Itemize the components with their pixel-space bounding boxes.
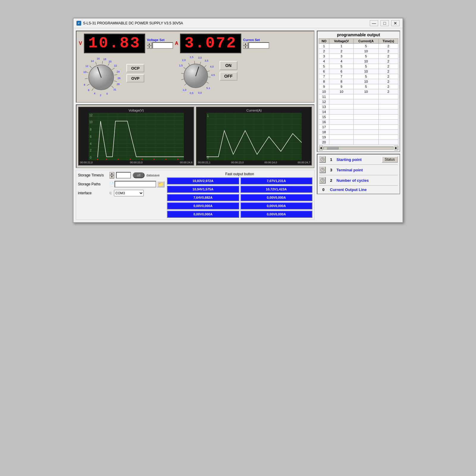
storage-times-down[interactable]: ▼ [109, 175, 114, 178]
svg-text:1: 1 [207, 114, 209, 118]
voltage-chart-title: Voltage(V) [80, 109, 192, 112]
voltage-set-input[interactable]: 10,83 [152, 42, 173, 49]
fast-button-2[interactable]: 7,07V1,231A [240, 177, 313, 184]
ovp-button[interactable]: OVP [126, 74, 144, 82]
fast-button-3[interactable]: 10,94V1,575A [167, 186, 239, 193]
svg-text:1,5: 1,5 [179, 64, 183, 67]
on-button[interactable]: ON [220, 61, 237, 70]
storage-times-input[interactable]: 10 [116, 172, 131, 178]
fast-button-8[interactable]: 0,00V0,000A [240, 202, 313, 209]
table-row[interactable]: 1 1 5 2 [319, 44, 398, 49]
svg-point-90 [165, 159, 167, 160]
cell-time: 2 [378, 79, 398, 84]
svg-point-91 [177, 159, 178, 160]
table-row[interactable]: 20 [319, 140, 398, 145]
voltage-display: 10.83 [84, 34, 145, 53]
table-row[interactable]: 12 [319, 99, 398, 104]
table-row[interactable]: 4 4 10 2 [319, 59, 398, 64]
cell-voltage: 7 [329, 74, 354, 79]
current-up-arrow[interactable]: ▲ [243, 42, 248, 46]
voltage-down-arrow[interactable]: ▼ [147, 46, 152, 49]
cell-time: 2 [378, 69, 398, 74]
fast-output-title: Fast output button [167, 172, 312, 176]
titlebar-controls: — □ ✕ [370, 20, 400, 26]
cell-current: 10 [353, 49, 378, 54]
maximize-button[interactable]: □ [381, 20, 389, 26]
voltage-knob-svg[interactable]: 10 12 14 16 18 20 22 24 26 28 31 [79, 55, 123, 100]
table-header-row: NO Voltage(V Current(A Time(s) [319, 39, 398, 44]
prog-scrollbar-thumb[interactable] [327, 147, 339, 149]
fast-button-10[interactable]: 0,00V0,000A [240, 211, 313, 218]
table-row[interactable]: 5 5 5 2 [319, 64, 398, 69]
c-time-4: 00:00:24,7 [298, 161, 310, 164]
path-input[interactable]: D:\S-LS-31 [115, 181, 156, 187]
table-row[interactable]: 9 9 5 2 [319, 84, 398, 89]
output-control: 1 Starting point Status 3 Terminal point [317, 154, 400, 194]
table-row[interactable]: 7 7 5 2 [319, 74, 398, 79]
cell-current [353, 130, 378, 135]
table-row[interactable]: 3 3 5 2 [319, 54, 398, 59]
svg-text:22: 22 [114, 64, 117, 67]
svg-text:2: 2 [100, 94, 101, 97]
svg-line-17 [92, 88, 93, 91]
voltage-spinner[interactable]: ▲ ▼ [147, 42, 152, 49]
fast-button-4[interactable]: 10,72V1,423A [240, 186, 313, 193]
cell-no: 3 [319, 54, 329, 59]
interface-select[interactable]: COM3 [114, 190, 144, 196]
off-button[interactable]: OFF [220, 72, 237, 81]
cycles-spinner[interactable] [319, 177, 326, 184]
datasave-toggle[interactable]: off [133, 172, 145, 178]
table-row[interactable]: 15 [319, 115, 398, 120]
table-row[interactable]: 18 [319, 130, 398, 135]
status-button[interactable]: Status [382, 156, 398, 163]
voltage-chart-times: 00:00:22,0 00:00:23,0 00:00:24,6 [80, 161, 192, 164]
starting-point-spinner[interactable] [319, 156, 326, 163]
browse-button[interactable]: 📁 [157, 181, 165, 187]
table-row[interactable]: 17 [319, 125, 398, 130]
cell-no: 5 [319, 64, 329, 69]
storage-times-spinner[interactable]: ▲ ▼ [109, 172, 114, 178]
storage-times-up[interactable]: ▲ [109, 172, 114, 175]
current-line-row: 0 Current Output Line [319, 187, 398, 192]
cell-time [378, 140, 398, 145]
terminal-point-spinner[interactable] [319, 167, 326, 173]
scroll-right-btn[interactable]: ▶ [394, 145, 398, 150]
table-row[interactable]: 11 [319, 94, 398, 99]
close-button[interactable]: ✕ [391, 20, 400, 26]
scroll-left-btn[interactable]: ◀ [319, 145, 323, 150]
fast-button-5[interactable]: 7,64V0,882A [167, 194, 239, 201]
prog-scrollbar[interactable] [323, 147, 393, 150]
table-row[interactable]: 10 10 10 2 [319, 89, 398, 94]
table-row[interactable]: 2 2 10 2 [319, 49, 398, 54]
table-row[interactable]: 13 [319, 104, 398, 109]
table-row[interactable]: 14 [319, 109, 398, 115]
ocp-button[interactable]: OCP [126, 64, 144, 72]
divider-2 [319, 175, 398, 175]
svg-text:4,0: 4,0 [210, 65, 214, 68]
fast-button-7[interactable]: 0,00V0,000A [167, 202, 239, 209]
col-no: NO [319, 39, 329, 44]
minimize-button[interactable]: — [370, 20, 378, 26]
current-set-label: Curren Set [243, 38, 260, 42]
fast-button-1[interactable]: 10,83V2,972A [167, 177, 239, 184]
voltage-chart-svg: 12 10 8 6 4 2 0 [80, 113, 192, 160]
voltage-up-arrow[interactable]: ▲ [147, 42, 152, 46]
current-set-input[interactable]: 2,972 [248, 42, 269, 49]
cell-voltage: 5 [329, 64, 354, 69]
table-row[interactable]: 16 [319, 120, 398, 125]
table-row[interactable]: 8 8 10 2 [319, 79, 398, 84]
current-spinner[interactable]: ▲ ▼ [243, 42, 248, 49]
interface-icon: ⎗ [109, 191, 112, 195]
svg-line-44 [181, 73, 184, 74]
fast-button-9[interactable]: 0,00V0,000A [167, 211, 239, 218]
fast-button-6[interactable]: 0,00V0,000A [240, 194, 313, 201]
cell-voltage: 2 [329, 49, 354, 54]
current-knob-svg[interactable]: 1,5 2,0 2,5 3,0 3,5 4,0 4,5 5,1 0,0 0,5 [175, 55, 217, 97]
table-row[interactable]: 19 [319, 135, 398, 140]
current-down-arrow[interactable]: ▼ [243, 46, 248, 49]
terminal-point-num: 3 [328, 168, 334, 172]
ocp-ovp-section: OCP OVP [126, 64, 144, 82]
storage-paths-label: Storage Paths [78, 182, 108, 186]
cell-time: 2 [378, 74, 398, 79]
table-row[interactable]: 6 6 10 2 [319, 69, 398, 74]
